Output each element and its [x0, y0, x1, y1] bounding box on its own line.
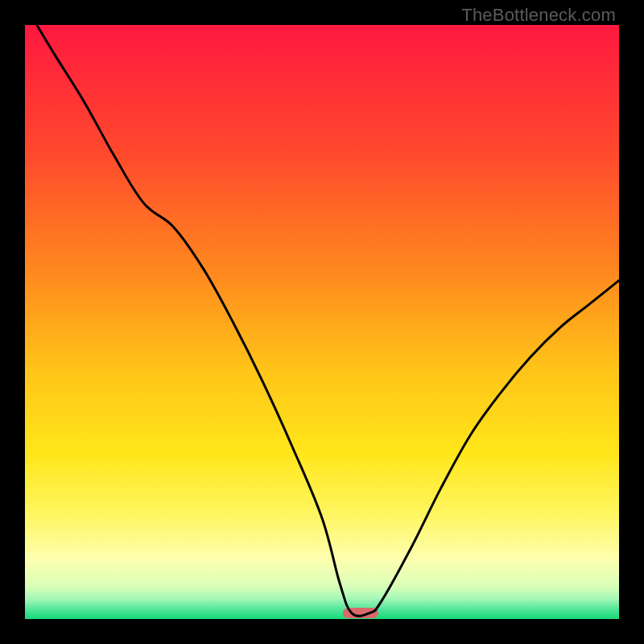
chart-container: TheBottleneck.com: [0, 0, 644, 644]
chart-svg: [25, 25, 619, 619]
plot-area: [25, 25, 619, 619]
gradient-background: [25, 25, 619, 619]
watermark-text: TheBottleneck.com: [461, 5, 616, 26]
